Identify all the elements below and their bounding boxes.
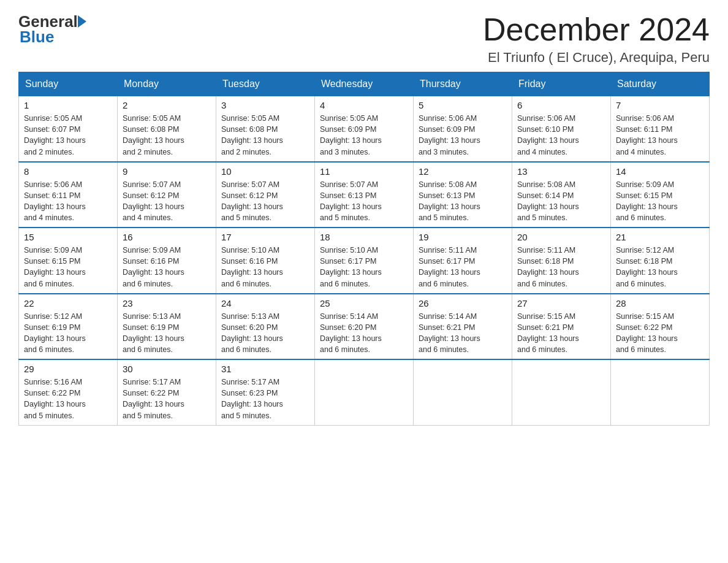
day-info: Sunrise: 5:12 AMSunset: 6:19 PMDaylight:… [24,311,112,356]
day-number: 31 [221,364,309,374]
day-number: 9 [123,166,211,177]
day-number: 5 [419,100,507,110]
calendar-cell: 22Sunrise: 5:12 AMSunset: 6:19 PMDayligh… [19,294,118,360]
day-info: Sunrise: 5:13 AMSunset: 6:20 PMDaylight:… [221,311,309,356]
calendar-cell [315,359,414,425]
day-number: 19 [419,232,507,242]
day-info: Sunrise: 5:15 AMSunset: 6:22 PMDaylight:… [616,311,704,356]
calendar-header-row: SundayMondayTuesdayWednesdayThursdayFrid… [19,72,710,96]
calendar-week-4: 22Sunrise: 5:12 AMSunset: 6:19 PMDayligh… [19,294,710,360]
day-number: 13 [517,166,605,177]
calendar-cell: 14Sunrise: 5:09 AMSunset: 6:15 PMDayligh… [611,162,710,228]
day-info: Sunrise: 5:16 AMSunset: 6:22 PMDaylight:… [24,377,112,421]
calendar-cell: 11Sunrise: 5:07 AMSunset: 6:13 PMDayligh… [315,162,414,228]
day-info: Sunrise: 5:13 AMSunset: 6:19 PMDaylight:… [123,311,211,356]
day-info: Sunrise: 5:12 AMSunset: 6:18 PMDaylight:… [616,245,704,289]
title-block: December 2024 El Triunfo ( El Cruce), Ar… [483,12,710,66]
header: General Blue December 2024 El Triunfo ( … [18,12,710,66]
day-info: Sunrise: 5:10 AMSunset: 6:16 PMDaylight:… [221,245,309,289]
calendar-cell: 19Sunrise: 5:11 AMSunset: 6:17 PMDayligh… [414,228,512,294]
day-info: Sunrise: 5:05 AMSunset: 6:08 PMDaylight:… [221,113,309,158]
day-number: 26 [419,298,507,308]
header-monday: Monday [118,72,216,96]
day-number: 8 [24,166,112,177]
logo-arrow-icon [78,15,86,28]
calendar-cell: 9Sunrise: 5:07 AMSunset: 6:12 PMDaylight… [118,162,216,228]
day-info: Sunrise: 5:07 AMSunset: 6:12 PMDaylight:… [221,179,309,224]
day-info: Sunrise: 5:11 AMSunset: 6:18 PMDaylight:… [517,245,605,289]
day-number: 22 [24,298,112,308]
day-info: Sunrise: 5:06 AMSunset: 6:09 PMDaylight:… [419,113,507,158]
day-number: 3 [221,100,309,110]
calendar-cell [512,359,611,425]
day-info: Sunrise: 5:10 AMSunset: 6:17 PMDaylight:… [320,245,408,289]
day-info: Sunrise: 5:17 AMSunset: 6:23 PMDaylight:… [221,377,309,421]
calendar-cell: 27Sunrise: 5:15 AMSunset: 6:21 PMDayligh… [512,294,611,360]
day-number: 1 [24,100,112,110]
header-friday: Friday [512,72,611,96]
calendar-cell: 15Sunrise: 5:09 AMSunset: 6:15 PMDayligh… [19,228,118,294]
calendar-cell: 6Sunrise: 5:06 AMSunset: 6:10 PMDaylight… [512,96,611,162]
header-thursday: Thursday [414,72,512,96]
calendar-cell: 16Sunrise: 5:09 AMSunset: 6:16 PMDayligh… [118,228,216,294]
calendar-cell: 1Sunrise: 5:05 AMSunset: 6:07 PMDaylight… [19,96,118,162]
calendar-week-5: 29Sunrise: 5:16 AMSunset: 6:22 PMDayligh… [19,359,710,425]
day-info: Sunrise: 5:11 AMSunset: 6:17 PMDaylight:… [419,245,507,289]
calendar-cell: 24Sunrise: 5:13 AMSunset: 6:20 PMDayligh… [216,294,315,360]
day-info: Sunrise: 5:07 AMSunset: 6:12 PMDaylight:… [123,179,211,224]
calendar-cell: 10Sunrise: 5:07 AMSunset: 6:12 PMDayligh… [216,162,315,228]
calendar-cell: 13Sunrise: 5:08 AMSunset: 6:14 PMDayligh… [512,162,611,228]
day-number: 11 [320,166,408,177]
day-info: Sunrise: 5:09 AMSunset: 6:15 PMDaylight:… [616,179,704,224]
calendar-week-2: 8Sunrise: 5:06 AMSunset: 6:11 PMDaylight… [19,162,710,228]
calendar-cell: 30Sunrise: 5:17 AMSunset: 6:22 PMDayligh… [118,359,216,425]
day-number: 14 [616,166,704,177]
day-info: Sunrise: 5:15 AMSunset: 6:21 PMDaylight:… [517,311,605,356]
calendar-cell: 4Sunrise: 5:05 AMSunset: 6:09 PMDaylight… [315,96,414,162]
day-number: 29 [24,364,112,374]
day-info: Sunrise: 5:05 AMSunset: 6:09 PMDaylight:… [320,113,408,158]
calendar-week-1: 1Sunrise: 5:05 AMSunset: 6:07 PMDaylight… [19,96,710,162]
calendar-cell: 25Sunrise: 5:14 AMSunset: 6:20 PMDayligh… [315,294,414,360]
calendar-cell: 31Sunrise: 5:17 AMSunset: 6:23 PMDayligh… [216,359,315,425]
calendar-cell [611,359,710,425]
day-number: 4 [320,100,408,110]
day-info: Sunrise: 5:14 AMSunset: 6:21 PMDaylight:… [419,311,507,356]
day-number: 23 [123,298,211,308]
calendar-cell: 2Sunrise: 5:05 AMSunset: 6:08 PMDaylight… [118,96,216,162]
day-info: Sunrise: 5:05 AMSunset: 6:07 PMDaylight:… [24,113,112,158]
day-info: Sunrise: 5:06 AMSunset: 6:11 PMDaylight:… [24,179,112,224]
month-title: December 2024 [483,12,710,47]
day-number: 16 [123,232,211,242]
day-number: 24 [221,298,309,308]
calendar-week-3: 15Sunrise: 5:09 AMSunset: 6:15 PMDayligh… [19,228,710,294]
logo: General Blue [18,12,86,47]
calendar-cell: 23Sunrise: 5:13 AMSunset: 6:19 PMDayligh… [118,294,216,360]
calendar-cell: 8Sunrise: 5:06 AMSunset: 6:11 PMDaylight… [19,162,118,228]
calendar-cell: 21Sunrise: 5:12 AMSunset: 6:18 PMDayligh… [611,228,710,294]
calendar-cell: 20Sunrise: 5:11 AMSunset: 6:18 PMDayligh… [512,228,611,294]
day-info: Sunrise: 5:14 AMSunset: 6:20 PMDaylight:… [320,311,408,356]
day-number: 30 [123,364,211,374]
header-sunday: Sunday [19,72,118,96]
day-info: Sunrise: 5:09 AMSunset: 6:16 PMDaylight:… [123,245,211,289]
logo-blue-text: Blue [20,28,54,47]
day-number: 28 [616,298,704,308]
day-number: 10 [221,166,309,177]
day-number: 20 [517,232,605,242]
day-number: 15 [24,232,112,242]
calendar-cell: 26Sunrise: 5:14 AMSunset: 6:21 PMDayligh… [414,294,512,360]
day-number: 27 [517,298,605,308]
day-info: Sunrise: 5:09 AMSunset: 6:15 PMDaylight:… [24,245,112,289]
day-number: 6 [517,100,605,110]
calendar-cell: 18Sunrise: 5:10 AMSunset: 6:17 PMDayligh… [315,228,414,294]
day-number: 21 [616,232,704,242]
calendar-cell: 29Sunrise: 5:16 AMSunset: 6:22 PMDayligh… [19,359,118,425]
calendar-cell: 3Sunrise: 5:05 AMSunset: 6:08 PMDaylight… [216,96,315,162]
location-title: El Triunfo ( El Cruce), Arequipa, Peru [483,50,710,66]
calendar-cell: 5Sunrise: 5:06 AMSunset: 6:09 PMDaylight… [414,96,512,162]
calendar-cell: 7Sunrise: 5:06 AMSunset: 6:11 PMDaylight… [611,96,710,162]
day-info: Sunrise: 5:17 AMSunset: 6:22 PMDaylight:… [123,377,211,421]
day-number: 2 [123,100,211,110]
day-info: Sunrise: 5:07 AMSunset: 6:13 PMDaylight:… [320,179,408,224]
